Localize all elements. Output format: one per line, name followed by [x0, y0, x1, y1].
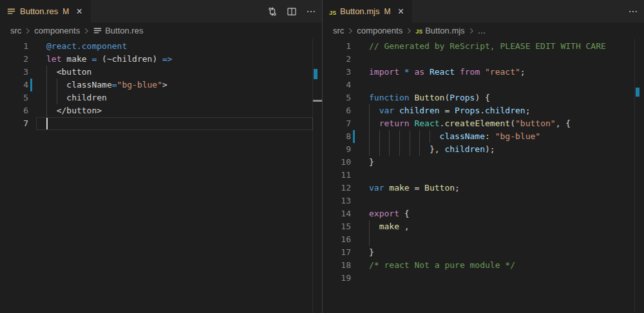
gutter[interactable] [351, 53, 369, 66]
more-actions-icon[interactable] [305, 6, 317, 17]
code-text: /* react Not a pure module */ [369, 259, 644, 272]
open-changes-icon[interactable] [267, 6, 278, 17]
line-number: 1 [323, 40, 351, 53]
code-line[interactable]: 1// Generated by ReScript, PLEASE EDIT W… [323, 40, 644, 53]
editor-actions-right [627, 0, 639, 23]
line-number: 10 [323, 156, 351, 169]
gutter[interactable] [351, 104, 369, 117]
gutter[interactable] [351, 79, 369, 91]
code-line[interactable]: 6 </button> [0, 104, 322, 117]
gutter[interactable] [351, 156, 369, 169]
breadcrumb-item[interactable]: Button.mjs [425, 26, 464, 35]
code-line[interactable]: 4 [323, 79, 644, 91]
gutter[interactable] [351, 40, 369, 53]
line-number: 2 [323, 53, 351, 66]
gutter[interactable] [351, 272, 369, 285]
code-text: function Button(Props) { [369, 91, 644, 104]
gutter[interactable] [351, 194, 369, 207]
list-icon [6, 6, 16, 16]
gutter[interactable] [28, 53, 46, 66]
gutter[interactable] [351, 130, 369, 143]
code-line[interactable]: 13 [323, 194, 644, 207]
code-line[interactable]: 1@react.component [0, 40, 322, 53]
code-line[interactable]: 15 make , [323, 220, 644, 233]
breadcrumb-item[interactable]: … [478, 26, 486, 35]
gutter[interactable] [351, 169, 369, 182]
gutter[interactable] [351, 91, 369, 104]
chevron-right-icon [23, 26, 32, 35]
code-line[interactable]: 18/* react Not a pure module */ [323, 259, 644, 272]
chevron-right-icon [23, 26, 32, 35]
code-line[interactable]: 17} [323, 246, 644, 259]
overview-ruler[interactable] [634, 39, 644, 313]
git-modified-badge: M [384, 7, 390, 16]
breadcrumb-item[interactable]: src [333, 26, 344, 35]
code-text: return React.createElement("button", { [369, 117, 644, 130]
gutter[interactable] [351, 259, 369, 272]
code-line[interactable]: 19 [323, 272, 644, 285]
breadcrumb-item[interactable]: components [34, 26, 80, 35]
code-line[interactable]: 2 [323, 53, 644, 66]
tab-button-res[interactable]: Button.res M × [0, 0, 91, 23]
code-line[interactable]: 3import * as React from "react"; [323, 66, 644, 79]
code-line[interactable]: 3 <button [0, 66, 322, 79]
gutter[interactable] [351, 207, 369, 220]
line-number: 19 [323, 272, 351, 285]
gutter[interactable] [351, 246, 369, 259]
gutter[interactable] [28, 79, 46, 91]
code-line[interactable]: 6 var children = Props.children; [323, 104, 644, 117]
gutter[interactable] [351, 182, 369, 194]
line-number: 14 [323, 207, 351, 220]
chevron-right-icon [346, 26, 355, 35]
more-actions-icon[interactable] [627, 6, 639, 17]
gutter[interactable] [28, 117, 46, 130]
breadcrumb-file-icon [93, 26, 102, 35]
gutter[interactable] [28, 91, 46, 104]
code-line[interactable]: 9 }, children); [323, 143, 644, 156]
line-number: 5 [0, 91, 28, 104]
code-line[interactable]: 14export { [323, 207, 644, 220]
editor-left[interactable]: 1@react.component2let make = (~children)… [0, 39, 322, 313]
gutter[interactable] [351, 233, 369, 246]
code-line[interactable]: 7 return React.createElement("button", { [323, 117, 644, 130]
split-editor-icon[interactable] [286, 6, 298, 17]
code-line[interactable]: 5function Button(Props) { [323, 91, 644, 104]
code-line[interactable]: 11 [323, 169, 644, 182]
overview-ruler[interactable] [312, 39, 322, 313]
tab-button-mjs[interactable]: JS Button.mjs M × [323, 0, 412, 23]
gutter[interactable] [28, 104, 46, 117]
gutter-modified-indicator [353, 130, 355, 143]
breadcrumb-item[interactable]: Button.res [105, 26, 143, 35]
breadcrumb-item[interactable]: src [10, 26, 21, 35]
indent-guide [379, 143, 380, 156]
pane-divider[interactable] [322, 0, 323, 313]
gutter[interactable] [351, 66, 369, 79]
line-number: 9 [323, 143, 351, 156]
breadcrumb-item[interactable]: components [357, 26, 402, 35]
gutter[interactable] [28, 40, 46, 53]
code-line[interactable]: 2let make = (~children) => [0, 53, 322, 66]
code-text: className: "bg-blue" [369, 130, 644, 143]
close-icon[interactable]: × [74, 6, 84, 17]
editor-right[interactable]: 1// Generated by ReScript, PLEASE EDIT W… [323, 39, 644, 313]
code-line[interactable]: 8 className: "bg-blue" [323, 130, 644, 143]
breadcrumb: srccomponentsButton.res [0, 23, 322, 39]
code-line[interactable]: 7 [0, 117, 322, 130]
code-text [369, 169, 644, 182]
code-line[interactable]: 12var make = Button; [323, 182, 644, 194]
code-text [369, 53, 644, 66]
chevron-right-icon [346, 26, 355, 35]
code-line[interactable]: 16 [323, 233, 644, 246]
gutter[interactable] [351, 117, 369, 130]
gutter[interactable] [28, 66, 46, 79]
code-line[interactable]: 10} [323, 156, 644, 169]
code-line[interactable]: 4 className="bg-blue"> [0, 79, 322, 91]
indent-guide [389, 143, 390, 156]
editor-pane-left: Button.res M × srccomponentsButton.res 1… [0, 0, 322, 313]
gutter[interactable] [351, 143, 369, 156]
chevron-right-icon [82, 26, 91, 35]
code-line[interactable]: 5 children [0, 91, 322, 104]
close-icon[interactable]: × [395, 6, 406, 17]
code-text: <button [46, 66, 322, 79]
gutter[interactable] [351, 220, 369, 233]
